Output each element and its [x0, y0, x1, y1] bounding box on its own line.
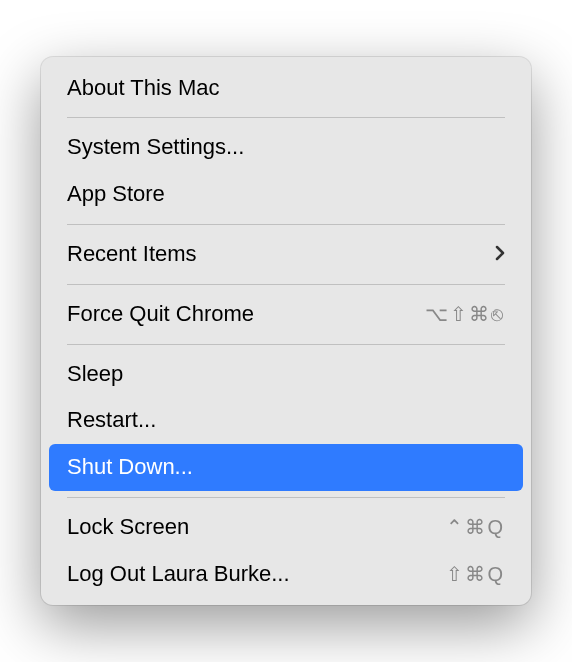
menu-item-label: App Store: [67, 179, 505, 210]
menu-item-recent-items[interactable]: Recent Items: [49, 231, 523, 278]
menu-item-label: Sleep: [67, 359, 505, 390]
separator: [67, 284, 505, 285]
menu-item-log-out[interactable]: Log Out Laura Burke... ⇧⌘Q: [49, 551, 523, 598]
menu-item-shut-down[interactable]: Shut Down...: [49, 444, 523, 491]
menu-item-label: Shut Down...: [67, 452, 505, 483]
menu-item-about[interactable]: About This Mac: [49, 65, 523, 112]
keyboard-shortcut: ⌃⌘Q: [446, 513, 505, 541]
menu-item-label: About This Mac: [67, 73, 505, 104]
separator: [67, 224, 505, 225]
apple-menu: About This Mac System Settings... App St…: [41, 57, 531, 606]
keyboard-shortcut: ⇧⌘Q: [446, 560, 505, 588]
keyboard-shortcut: ⌥⇧⌘⎋: [425, 300, 505, 328]
menu-item-label: System Settings...: [67, 132, 505, 163]
separator: [67, 497, 505, 498]
menu-item-force-quit[interactable]: Force Quit Chrome ⌥⇧⌘⎋: [49, 291, 523, 338]
menu-item-system-settings[interactable]: System Settings...: [49, 124, 523, 171]
chevron-right-icon: [495, 239, 505, 270]
separator: [67, 344, 505, 345]
menu-item-label: Restart...: [67, 405, 505, 436]
menu-item-lock-screen[interactable]: Lock Screen ⌃⌘Q: [49, 504, 523, 551]
menu-item-restart[interactable]: Restart...: [49, 397, 523, 444]
menu-item-app-store[interactable]: App Store: [49, 171, 523, 218]
menu-item-label: Recent Items: [67, 239, 495, 270]
menu-item-label: Force Quit Chrome: [67, 299, 425, 330]
menu-item-label: Lock Screen: [67, 512, 446, 543]
separator: [67, 117, 505, 118]
menu-item-sleep[interactable]: Sleep: [49, 351, 523, 398]
menu-item-label: Log Out Laura Burke...: [67, 559, 446, 590]
